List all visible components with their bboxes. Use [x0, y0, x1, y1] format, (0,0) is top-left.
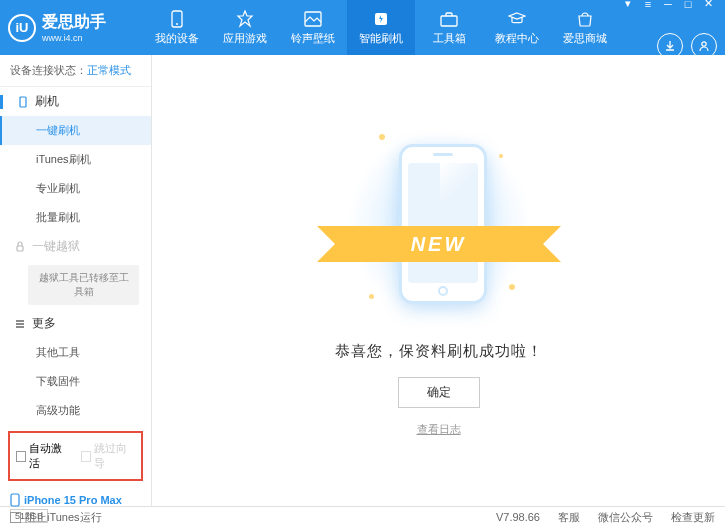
- logo-icon: iU: [8, 14, 36, 42]
- nav-label: 工具箱: [433, 31, 466, 46]
- maximize-button[interactable]: □: [679, 0, 697, 11]
- sidebar-item-other-tools[interactable]: 其他工具: [0, 338, 151, 367]
- close-button[interactable]: ✕: [699, 0, 717, 11]
- wallpaper-icon: [303, 10, 323, 28]
- version-label: V7.98.66: [496, 511, 540, 523]
- ok-button[interactable]: 确定: [398, 377, 480, 408]
- sidebar: 设备连接状态：正常模式 刷机 一键刷机 iTunes刷机 专业刷机 批量刷机 一…: [0, 55, 152, 506]
- connection-status: 设备连接状态：正常模式: [0, 55, 151, 87]
- phone-icon: [17, 96, 29, 108]
- sidebar-head-label: 刷机: [35, 93, 59, 110]
- tutorial-icon: [507, 10, 527, 28]
- lock-icon: [14, 241, 26, 253]
- nav-apps-games[interactable]: 应用游戏: [211, 0, 279, 55]
- menu-icon[interactable]: ▾: [619, 0, 637, 11]
- svg-point-1: [176, 23, 178, 25]
- toolbox-icon: [439, 10, 459, 28]
- nav-label: 铃声壁纸: [291, 31, 335, 46]
- nav-store[interactable]: 爱思商城: [551, 0, 619, 55]
- app-url: www.i4.cn: [42, 33, 106, 43]
- device-name: iPhone 15 Pro Max: [24, 494, 122, 506]
- sidebar-item-oneclick-flash[interactable]: 一键刷机: [0, 116, 151, 145]
- app-logo: iU 爱思助手 www.i4.cn: [8, 12, 143, 43]
- customer-service-link[interactable]: 客服: [558, 510, 580, 525]
- sidebar-item-download-firmware[interactable]: 下载固件: [0, 367, 151, 396]
- success-message: 恭喜您，保资料刷机成功啦！: [335, 342, 543, 361]
- main-content: NEW 恭喜您，保资料刷机成功啦！ 确定 查看日志: [152, 55, 725, 506]
- sidebar-head-label: 一键越狱: [32, 238, 80, 255]
- nav-toolbox[interactable]: 工具箱: [415, 0, 483, 55]
- window-controls: ▾ ≡ ─ □ ✕: [619, 0, 717, 11]
- nav-label: 教程中心: [495, 31, 539, 46]
- sidebar-item-pro-flash[interactable]: 专业刷机: [0, 174, 151, 203]
- nav-ringtone-wallpaper[interactable]: 铃声壁纸: [279, 0, 347, 55]
- nav-smart-flash[interactable]: 智能刷机: [347, 0, 415, 55]
- settings-icon[interactable]: ≡: [639, 0, 657, 11]
- sidebar-item-advanced[interactable]: 高级功能: [0, 396, 151, 425]
- svg-rect-8: [11, 494, 19, 506]
- highlighted-checkbox-area: 自动激活 跳过向导: [8, 431, 143, 481]
- sidebar-item-batch-flash[interactable]: 批量刷机: [0, 203, 151, 232]
- checkbox-label: 跳过向导: [94, 441, 135, 471]
- svg-rect-7: [17, 246, 23, 251]
- check-update-link[interactable]: 检查更新: [671, 510, 715, 525]
- block-itunes-checkbox[interactable]: 阻止iTunes运行: [10, 510, 102, 525]
- success-illustration: NEW: [349, 124, 529, 324]
- sidebar-head-label: 更多: [32, 315, 56, 332]
- apps-icon: [235, 10, 255, 28]
- app-name: 爱思助手: [42, 12, 106, 33]
- checkbox-label: 自动激活: [29, 441, 70, 471]
- list-icon: [14, 318, 26, 330]
- sidebar-head-flash[interactable]: 刷机: [0, 87, 151, 116]
- flash-icon: [371, 10, 391, 28]
- svg-point-5: [702, 41, 706, 45]
- nav-label: 爱思商城: [563, 31, 607, 46]
- device-icon: [167, 10, 187, 28]
- sidebar-item-itunes-flash[interactable]: iTunes刷机: [0, 145, 151, 174]
- checkbox-label: 阻止iTunes运行: [25, 511, 102, 523]
- skip-guide-checkbox[interactable]: 跳过向导: [81, 441, 136, 471]
- sidebar-head-more[interactable]: 更多: [0, 309, 151, 338]
- status-label: 设备连接状态：: [10, 64, 87, 76]
- svg-rect-4: [441, 16, 457, 26]
- auto-activate-checkbox[interactable]: 自动激活: [16, 441, 71, 471]
- nav-my-device[interactable]: 我的设备: [143, 0, 211, 55]
- nav-label: 智能刷机: [359, 31, 403, 46]
- top-navigation: 我的设备 应用游戏 铃声壁纸 智能刷机 工具箱 教程中心 爱思商城: [143, 0, 619, 55]
- svg-rect-6: [20, 97, 26, 107]
- sidebar-head-jailbreak: 一键越狱: [0, 232, 151, 261]
- nav-label: 我的设备: [155, 31, 199, 46]
- nav-tutorials[interactable]: 教程中心: [483, 0, 551, 55]
- titlebar: iU 爱思助手 www.i4.cn 我的设备 应用游戏 铃声壁纸 智能刷机 工具…: [0, 0, 725, 55]
- store-icon: [575, 10, 595, 28]
- new-ribbon: NEW: [337, 226, 541, 262]
- wechat-link[interactable]: 微信公众号: [598, 510, 653, 525]
- view-log-link[interactable]: 查看日志: [417, 422, 461, 437]
- jailbreak-moved-notice: 越狱工具已转移至工具箱: [28, 265, 139, 305]
- nav-label: 应用游戏: [223, 31, 267, 46]
- device-icon: [10, 493, 20, 507]
- status-value: 正常模式: [87, 64, 131, 76]
- minimize-button[interactable]: ─: [659, 0, 677, 11]
